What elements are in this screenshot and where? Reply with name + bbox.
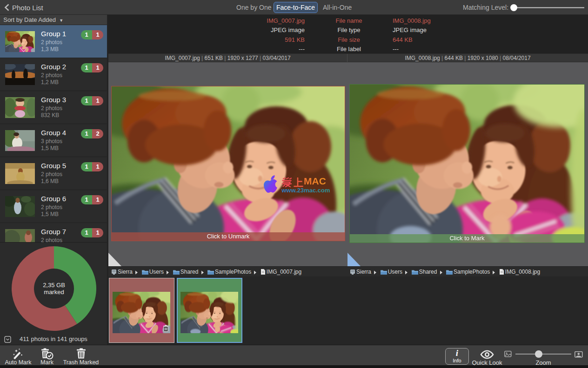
svg-text:marked: marked bbox=[44, 289, 64, 296]
svg-text:2,35 GB: 2,35 GB bbox=[43, 282, 65, 289]
